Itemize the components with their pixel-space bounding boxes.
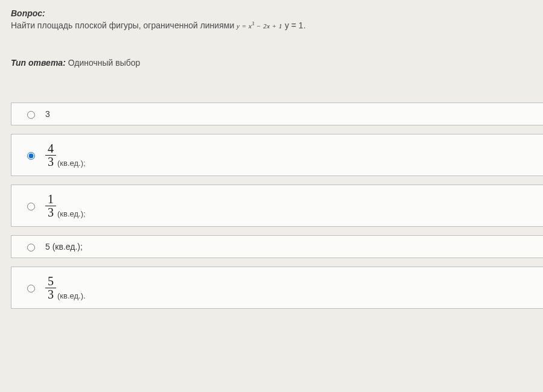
answer-type-label: Тип ответа: [11, 58, 66, 68]
option-text: 3 [45, 109, 50, 119]
option-row[interactable]: 4 3 (кв.ед.); [11, 134, 543, 176]
option-fraction: 5 3 [45, 275, 56, 301]
option-row[interactable]: 1 3 (кв.ед.); [11, 185, 543, 227]
options-list: 3 4 3 (кв.ед.); 1 3 [11, 103, 543, 309]
option-unit: (кв.ед.). [57, 291, 86, 301]
option-fraction: 1 3 [45, 193, 56, 219]
question-text: Найти площадь плоской фигуры, ограниченн… [11, 21, 543, 30]
option-radio[interactable] [27, 203, 35, 210]
option-radio[interactable] [27, 285, 35, 292]
option-radio[interactable] [27, 244, 35, 251]
option-text: 5 (кв.ед.); [45, 242, 83, 251]
option-unit: (кв.ед.); [57, 209, 86, 219]
question-formula: y = x3 − 2x + 1 [237, 22, 282, 30]
answer-type-value: Одиночный выбор [68, 58, 141, 68]
option-unit: (кв.ед.); [57, 159, 86, 168]
option-radio[interactable] [27, 152, 35, 160]
option-fraction: 4 3 [45, 142, 56, 168]
question-text-after: y = 1. [285, 21, 306, 30]
question-text-before: Найти площадь плоской фигуры, ограниченн… [11, 21, 237, 30]
option-radio[interactable] [27, 111, 35, 119]
option-row[interactable]: 5 3 (кв.ед.). [11, 267, 543, 309]
answer-type: Тип ответа: Одиночный выбор [11, 58, 543, 68]
question-label: Вопрос: [11, 8, 543, 18]
option-row[interactable]: 3 [11, 103, 543, 125]
option-row[interactable]: 5 (кв.ед.); [11, 235, 543, 258]
